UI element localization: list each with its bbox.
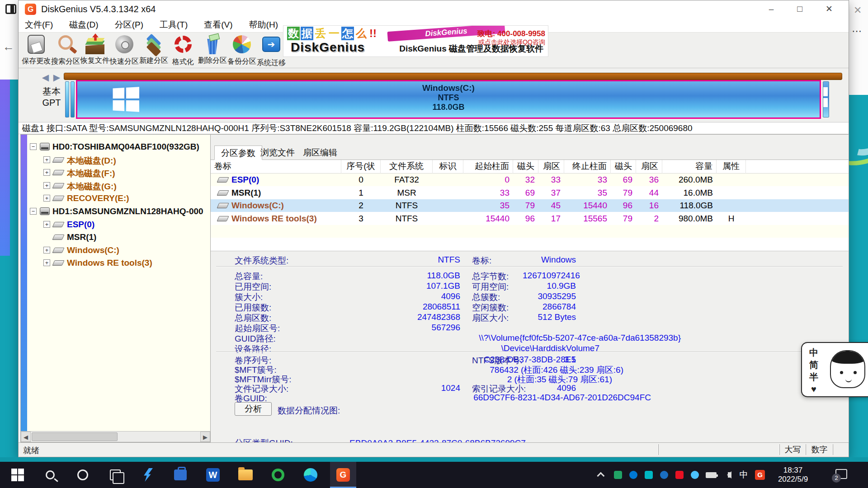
column-header-磁头[interactable]: 磁头 xyxy=(611,160,636,174)
table-row[interactable] xyxy=(211,225,849,238)
status-resize-grip[interactable] xyxy=(833,444,849,455)
back-arrow-icon[interactable]: ← xyxy=(3,40,14,54)
table-row[interactable]: Windows RE tools(3)3NTFS1544096171556579… xyxy=(211,212,849,225)
toolbar-button-系统迁移[interactable]: ➔系统迁移 xyxy=(256,34,286,67)
overflow-ellipsis-icon[interactable]: ⋯ xyxy=(852,25,862,37)
tree-item-本地磁盘(F:)[interactable]: +本地磁盘(F:) xyxy=(21,167,210,178)
toolbar-button-格式化[interactable]: 格式化 xyxy=(168,34,198,67)
toolbar-button-恢复文件[interactable]: 恢复文件 xyxy=(80,34,110,67)
partition-strip-esp[interactable] xyxy=(65,81,69,117)
search-partition-icon xyxy=(55,35,76,56)
tray-teal-app-icon[interactable] xyxy=(641,462,656,488)
column-header-卷标[interactable]: 卷标 xyxy=(211,160,341,174)
tree-item-label: 本地磁盘(G:) xyxy=(67,181,117,192)
green-browser-icon[interactable] xyxy=(265,462,291,488)
scroll-right-icon[interactable]: ▶ xyxy=(200,432,210,442)
column-header-扇区[interactable]: 扇区 xyxy=(636,160,662,174)
tray-ime-indicator[interactable]: 中 xyxy=(736,462,751,488)
menu-item-4[interactable]: 查看(V) xyxy=(202,18,234,32)
menu-item-0[interactable]: 文件(F) xyxy=(23,18,55,32)
column-header-终止柱面[interactable]: 终止柱面 xyxy=(564,160,611,174)
toolbar-button-备份分区[interactable]: 备份分区 xyxy=(227,34,257,67)
column-header-扇区[interactable]: 扇区 xyxy=(538,160,564,174)
tray-green-app-icon[interactable] xyxy=(610,462,626,488)
windows-start-icon[interactable] xyxy=(5,462,31,488)
tab-扇区编辑[interactable]: 扇区编辑 xyxy=(297,145,344,160)
menu-item-1[interactable]: 磁盘(D) xyxy=(67,18,100,32)
service-widget[interactable]: 中简半♥ xyxy=(801,342,868,397)
tree-item-HD1:SAMSUNGMZNLN128HAHQ-000[interactable]: −HD1:SAMSUNGMZNLN128HAHQ-000 xyxy=(21,206,210,217)
tree-item-本地磁盘(D:)[interactable]: +本地磁盘(D:) xyxy=(21,154,210,166)
menu-item-2[interactable]: 分区(P) xyxy=(113,18,145,32)
column-header-文件系统[interactable]: 文件系统 xyxy=(381,160,433,174)
task-view-icon[interactable] xyxy=(102,462,128,488)
diskgenius-app-icon[interactable]: G xyxy=(330,462,356,488)
menu-item-3[interactable]: 工具(T) xyxy=(158,18,189,32)
tree-expander-icon[interactable]: + xyxy=(43,221,50,228)
scroll-left-icon[interactable]: ◀ xyxy=(21,432,31,442)
table-row[interactable]: Windows(C:)2NTFS357945154409616118.0GB xyxy=(211,199,849,212)
close-button[interactable]: ✕ xyxy=(818,0,840,18)
tray-red-app-icon[interactable] xyxy=(672,462,687,488)
search-icon[interactable] xyxy=(37,462,63,488)
tree-expander-icon[interactable]: + xyxy=(43,156,50,163)
tree-item-MSR(1)[interactable]: MSR(1) xyxy=(21,231,210,243)
tray-qq-app-icon[interactable] xyxy=(656,462,672,488)
toolbar-button-删除分区[interactable]: 删除分区 xyxy=(198,34,227,67)
file-explorer-icon[interactable] xyxy=(232,462,259,488)
store-app-icon[interactable] xyxy=(167,462,193,488)
column-header-序号(状态)[interactable]: 序号(状态) xyxy=(341,160,381,174)
tree-expander-icon[interactable]: − xyxy=(30,143,37,150)
column-header-属性[interactable]: 属性 xyxy=(717,160,746,174)
minimize-button[interactable]: – xyxy=(760,0,783,18)
partition-strip-re-tools[interactable] xyxy=(823,81,829,117)
toolbar-button-保存更改[interactable]: 保存更改 xyxy=(21,34,51,67)
column-header-磁头[interactable]: 磁头 xyxy=(513,160,538,174)
table-row[interactable]: MSR(1)1MSR33693735794416.0MB xyxy=(211,187,849,199)
toolbar-button-搜索分区[interactable]: 搜索分区 xyxy=(51,34,80,67)
tree-expander-icon[interactable]: + xyxy=(43,247,50,253)
tree-expander-icon[interactable]: + xyxy=(43,169,50,176)
partition-strip-msr[interactable] xyxy=(71,81,75,117)
scrollbar-thumb[interactable] xyxy=(32,432,118,441)
tray-blue-app-icon[interactable] xyxy=(626,462,641,488)
detail-row-文件记录大小:: 文件记录大小:1024索引记录大小:4096 xyxy=(211,383,849,393)
tray-diskgenius-icon[interactable]: G xyxy=(752,462,768,488)
toolbar-button-快速分区[interactable]: 快速分区 xyxy=(109,34,139,67)
tree-item-Windows RE tools(3)[interactable]: +Windows RE tools(3) xyxy=(21,257,210,269)
table-row[interactable]: ESP(0)0FAT3203233336936260.0MB xyxy=(211,174,849,186)
tray-volume-icon[interactable] xyxy=(720,462,735,488)
tree-item-ESP(0)[interactable]: +ESP(0) xyxy=(21,219,210,230)
flash-app-icon[interactable] xyxy=(135,462,161,488)
cortana-icon[interactable] xyxy=(70,462,96,488)
action-center-icon[interactable]: 2 xyxy=(835,469,847,479)
column-header-标识[interactable]: 标识 xyxy=(433,160,463,174)
tray-snowflake-icon[interactable] xyxy=(687,462,703,488)
tree-item-RECOVERY(E:)[interactable]: +RECOVERY(E:) xyxy=(21,192,210,204)
background-close-icon[interactable]: ✕ xyxy=(854,5,862,16)
tray-chevron-up-icon[interactable] xyxy=(594,462,609,488)
edge-browser-icon[interactable] xyxy=(297,462,324,488)
column-header-起始柱面[interactable]: 起始柱面 xyxy=(463,160,513,174)
table-row[interactable] xyxy=(211,238,849,251)
tray-battery-icon[interactable] xyxy=(703,462,719,488)
tree-item-Windows(C:)[interactable]: +Windows(C:) xyxy=(21,244,210,256)
tree-item-HD0:TOSHIBAMQ04ABF100(932GB)[interactable]: −HD0:TOSHIBAMQ04ABF100(932GB) xyxy=(21,141,210,153)
tree-expander-icon[interactable]: − xyxy=(30,208,37,215)
tree-expander-icon[interactable]: + xyxy=(43,195,50,202)
menu-item-5[interactable]: 帮助(H) xyxy=(247,18,280,32)
partition-strip-windows-c[interactable]: Windows(C:) NTFS 118.0GB xyxy=(76,80,821,119)
ad-phone-number[interactable]: 致电: 400-008-9958 xyxy=(477,28,545,39)
taskbar-clock[interactable]: 18:37 2022/5/9 xyxy=(771,466,815,484)
column-header-容量[interactable]: 容量 xyxy=(662,160,717,174)
maximize-button[interactable]: □ xyxy=(788,0,811,18)
disk-nav-arrows[interactable]: ◀ ▶ xyxy=(36,72,67,83)
word-app-icon[interactable]: W xyxy=(200,462,226,488)
tree-expander-icon[interactable]: + xyxy=(43,182,50,189)
ad-banner[interactable]: 数据丢一怎么!! DiskGenius DiskGenius 致电: 400-0… xyxy=(283,25,548,57)
tree-horizontal-scrollbar[interactable]: ◀ ▶ xyxy=(21,431,210,442)
toolbar-button-新建分区[interactable]: 新建分区 xyxy=(139,34,169,67)
tree-item-本地磁盘(G:)[interactable]: +本地磁盘(G:) xyxy=(21,180,210,192)
tree-expander-icon[interactable]: + xyxy=(43,259,50,266)
tab-浏览文件[interactable]: 浏览文件 xyxy=(254,145,301,160)
